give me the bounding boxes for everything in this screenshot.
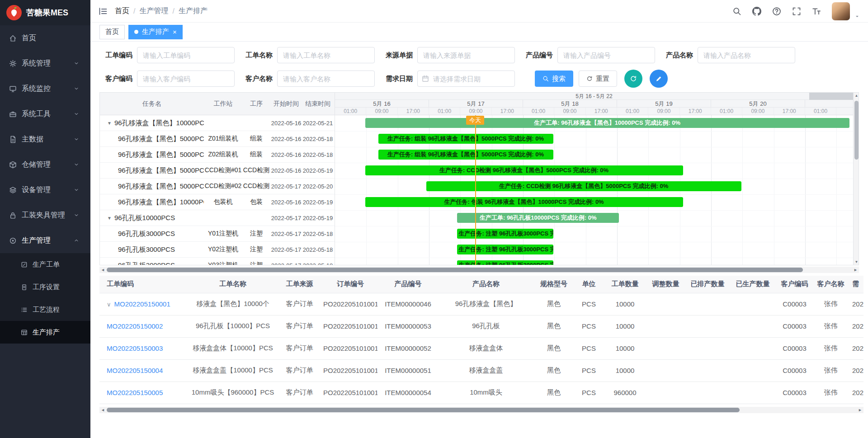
order-cell: 202 [848,293,863,315]
task-name-text: 96孔孔板3000PCS [118,245,175,254]
sidebar-item-8[interactable]: 工装夹具管理 [0,203,90,228]
font-size-icon[interactable] [812,7,821,16]
reset-button[interactable]: 重置 [579,71,617,87]
order-link[interactable]: MO202205150003 [107,344,163,352]
gantt-hscroll-thumb[interactable] [107,268,803,272]
expand-triangle-icon[interactable]: ▼ [107,121,112,126]
gantt-process: 注塑 [242,230,270,238]
sync-schedule-button[interactable] [624,70,642,88]
tab-2[interactable]: 生产排产× [128,25,183,39]
gantt-task-row[interactable]: ▼96孔孔板10000PCS2022-05-172022-05-19 [100,210,335,226]
gantt-task-row[interactable]: 96孔移液盒【黑色】5000PCSCCD检测#01CCD检测2022-05-16… [100,163,335,179]
orders-hscroll-thumb[interactable] [107,408,740,412]
order-cell: 移液盒盒盖 [439,359,533,381]
filter-input-r1-4[interactable] [557,47,655,63]
sidebar-item-4[interactable]: 系统工具 [0,101,90,127]
order-cell [685,293,730,315]
gantt-column-header: 工作站 [204,100,242,108]
gantt-task-row[interactable]: 96孔移液盒【黑色】5000PCSCCD检测#02CCD检测2022-05-17… [100,179,335,194]
gantt-task-row[interactable]: 96孔孔板3000PCSY03注塑机注塑2022-05-172022-05-18 [100,258,335,265]
gantt-process: 注塑 [242,261,270,265]
gantt-bar[interactable]: 生产任务: 组装 96孔移液盒【黑色】5000PCS 完成比例: 0% [378,150,553,160]
sidebar-item-label: 系统工具 [22,109,51,119]
gantt-vscroll-thumb[interactable] [854,101,859,160]
scroll-left-icon[interactable]: ◄ [101,267,105,273]
gantt-bar[interactable]: 生产任务: 组装 96孔移液盒【黑色】5000PCS 完成比例: 0% [378,134,553,144]
sidebar-item-1[interactable]: 首页 [0,25,90,51]
home-icon [9,34,17,42]
gantt-task-row[interactable]: 96孔孔板3000PCSY02注塑机注塑2022-05-172022-05-18 [100,242,335,258]
scroll-left-icon[interactable]: ◄ [101,407,105,413]
search-button[interactable]: 搜索 [535,71,573,87]
scroll-right-icon[interactable]: ► [858,407,862,413]
filter-input-r2-2[interactable] [277,71,375,87]
order-link[interactable]: MO202205150005 [107,389,163,396]
edit-schedule-button[interactable] [650,70,668,88]
gantt-bar[interactable]: 生产任务: 注塑 96孔孔板3000PCS 完成 [457,245,553,254]
filter-input-r2-1[interactable] [137,71,235,87]
gantt-hscrollbar[interactable]: ◄ ► [99,267,859,273]
gantt-bar[interactable]: 生产工单: 96孔孔板10000PCS 完成比例: 0% [457,213,619,223]
scroll-up-icon[interactable]: ▲ [854,94,859,98]
order-link[interactable]: MO202205150001 [114,300,170,308]
schedule-icon [21,329,28,336]
gantt-bar[interactable]: 生产任务: 包装 96孔移液盒【黑色】10000PCS 完成比例: 0% [365,197,683,207]
gantt-task-row[interactable]: 96孔移液盒【黑色】5000PCSZ02组装机组装2022-05-162022-… [100,147,335,163]
sidebar-subitem-2[interactable]: 工序设置 [0,276,90,298]
sidebar-item-7[interactable]: 设备管理 [0,177,90,203]
breadcrumb-item[interactable]: 生产管理 [139,6,168,16]
orders-hscrollbar[interactable]: ◄ ► [99,407,863,413]
sidebar-item-2[interactable]: 系统管理 [0,51,90,76]
filter-input-r1-5[interactable] [698,47,795,63]
gantt-end-date: 2022-05-18 [302,262,334,266]
filter-input-r1-1[interactable] [137,47,235,63]
order-link[interactable]: MO202205150004 [107,367,163,374]
gantt-task-row[interactable]: 96孔移液盒【黑色】10000PCS包装机包装2022-05-162022-05… [100,194,335,210]
gantt-bar[interactable]: 生产任务: 注塑 96孔孔板3000PCS 完成 [457,260,553,265]
order-cell: 10000 [604,359,646,381]
sidebar-item-5[interactable]: 主数据 [0,127,90,152]
gantt-task-row[interactable]: ▼96孔移液盒【黑色】10000PCS2022-05-162022-05-21 [100,115,335,131]
github-icon[interactable] [752,7,761,16]
filter-input-r1-3[interactable] [417,47,515,63]
order-cell [730,381,775,404]
sidebar-subitem-4[interactable]: 生产排产 [0,321,90,344]
table-row[interactable]: MO20220515000510mm吸头【960000】PCS客户订单PO202… [99,381,863,404]
tab-close-icon[interactable]: × [173,28,177,36]
table-row[interactable]: MO20220515000296孔孔板【10000】PCS客户订单PO20220… [99,315,863,337]
logo-icon [6,5,22,20]
help-icon[interactable] [772,7,781,16]
expand-triangle-icon[interactable]: ▼ [107,216,112,221]
sidebar-item-6[interactable]: 仓储管理 [0,152,90,177]
search-icon[interactable] [732,7,741,16]
caret-down-icon[interactable] [854,14,860,19]
sidebar-item-3[interactable]: 系统监控 [0,76,90,101]
table-row[interactable]: ∨MO202205150001移液盒【黑色】10000个客户订单PO202205… [99,293,863,315]
scroll-right-icon[interactable]: ► [854,267,858,273]
gantt-task-row[interactable]: 96孔孔板3000PCSY01注塑机注塑2022-05-172022-05-18 [100,226,335,242]
fullscreen-icon[interactable] [792,7,801,16]
avatar[interactable] [832,2,850,20]
gantt-task-row[interactable]: 96孔移液盒【黑色】5000PCSZ01组装机组装2022-05-162022-… [100,131,335,147]
breadcrumb-item[interactable]: 首页 [115,6,129,16]
table-row[interactable]: MO202205150003移液盒盒体【10000】PCS客户订单PO20220… [99,337,863,359]
gantt-vscrollbar[interactable]: ▲ ▼ [853,93,859,265]
filter-input-r1-2[interactable] [277,47,375,63]
row-expand-icon[interactable]: ∨ [107,301,111,308]
gantt-bar[interactable]: 生产工单: 96孔移液盒【黑色】10000PCS 完成比例: 0% [365,118,849,128]
order-link[interactable]: MO202205150002 [107,322,163,330]
scroll-down-icon[interactable]: ▼ [854,260,859,264]
sidebar-subitem-1[interactable]: 生产工单 [0,253,90,276]
sidebar-item-9[interactable]: 生产管理 [0,228,90,253]
tab-1[interactable]: 首页 [99,25,125,39]
gantt-bar[interactable]: 生产任务: 注塑 96孔孔板3000PCS 完成 [457,229,553,239]
sidebar-subitem-3[interactable]: 工艺流程 [0,298,90,321]
gantt-bar[interactable]: 生产任务: CCD检测 96孔移液盒【黑色】5000PCS 完成比例: 0% [365,165,683,175]
table-row[interactable]: MO202205150004移液盒盒盖【10000】PCS客户订单PO20220… [99,359,863,381]
order-cell: 10000 [604,315,646,337]
gantt-process: CCD检测 [242,166,270,174]
gantt-bar[interactable]: 生产任务: CCD检测 96孔移液盒【黑色】5000PCS 完成比例: 0% [426,181,741,191]
filter-panel: 工单编码工单名称来源单据产品编号产品名称 客户编码客户名称需求日期 搜索 重置 [90,42,868,92]
sidebar-toggle-icon[interactable] [99,7,108,16]
filter-input-r2-3[interactable] [417,71,515,87]
